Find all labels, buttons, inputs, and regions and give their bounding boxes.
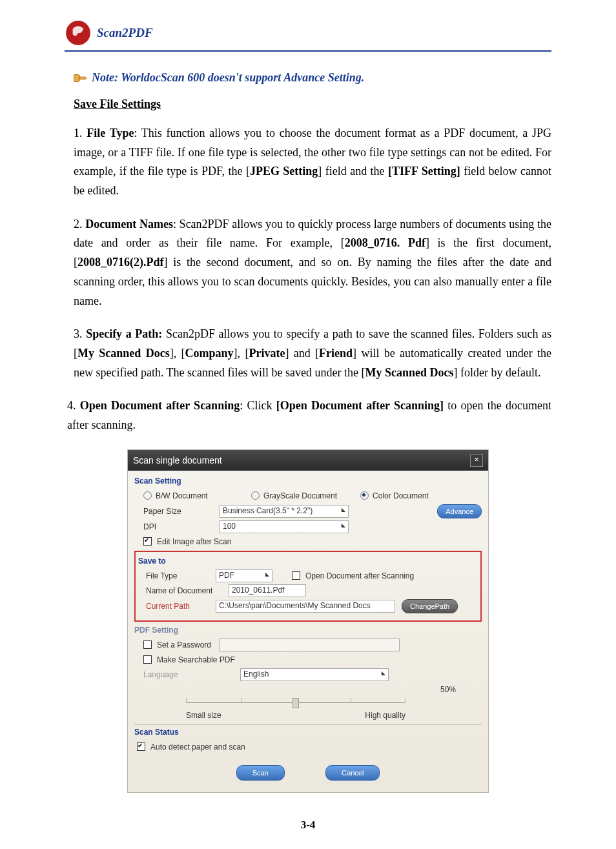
page-header: Scan2PDF — [65, 19, 551, 52]
svg-rect-1 — [74, 74, 79, 81]
path-input[interactable]: C:\Users\pan\Documents\My Scanned Docs — [216, 600, 395, 613]
dialog-titlebar: Scan single document × — [128, 450, 488, 471]
paper-size-select[interactable]: Business Card(3.5" * 2.2") — [220, 505, 349, 518]
advance-button[interactable]: Advance — [437, 504, 482, 518]
auto-detect-label: Auto detect paper and scan — [150, 742, 245, 752]
language-select[interactable]: English — [240, 668, 389, 681]
edit-after-checkbox[interactable] — [143, 537, 152, 546]
product-title: Scan2PDF — [97, 26, 153, 40]
hand-point-icon — [74, 72, 88, 84]
slider-max-label: High quality — [365, 711, 406, 720]
language-label: Language — [143, 670, 240, 679]
edit-after-label: Edit Image after Scan — [157, 537, 231, 546]
list-item-2: 2. Document Names: Scan2PDF allows you t… — [74, 215, 551, 311]
note-text: Note: WorldocScan 600 doesn't support Ad… — [92, 71, 364, 85]
open-after-checkbox[interactable] — [292, 571, 300, 580]
cancel-button[interactable]: Cancel — [325, 765, 380, 781]
scan-button[interactable]: Scan — [236, 765, 285, 781]
doc-name-input[interactable]: 2010_0611.Pdf — [229, 584, 306, 597]
radio-bw[interactable] — [143, 491, 152, 500]
change-path-button[interactable]: ChangePath — [402, 599, 458, 613]
password-label: Set a Password — [157, 640, 211, 650]
save-to-title: Save to — [138, 557, 477, 566]
quality-percent: 50% — [440, 685, 456, 694]
searchable-checkbox[interactable] — [143, 655, 152, 664]
dpi-select[interactable]: 100 — [220, 520, 349, 533]
section-title: Save File Settings — [74, 97, 551, 111]
paper-size-label: Paper Size — [143, 507, 220, 516]
password-checkbox[interactable] — [143, 640, 152, 649]
list-item-4: 4. Open Document after Scanning: Click [… — [67, 396, 551, 435]
dialog-title: Scan single document — [133, 455, 222, 465]
pdf-setting-title: PDF Setting — [134, 626, 482, 635]
password-input[interactable] — [219, 639, 400, 651]
doc-name-label: Name of Document — [146, 586, 229, 595]
path-label: Current Path — [146, 602, 216, 611]
searchable-label: Make Searchable PDF — [157, 655, 235, 664]
list-item-3: 3. Specify a Path: Scan2pDF allows you t… — [74, 325, 551, 382]
open-after-label: Open Document after Scanning — [305, 571, 414, 580]
dpi-label: DPI — [143, 522, 220, 531]
auto-detect-checkbox[interactable] — [137, 742, 145, 751]
scan-dialog: Scan single document × Scan Setting B/W … — [127, 449, 489, 793]
scan-setting-title: Scan Setting — [134, 476, 482, 486]
radio-color[interactable] — [360, 491, 369, 500]
file-type-select[interactable]: PDF — [216, 569, 272, 582]
close-button[interactable]: × — [470, 454, 483, 467]
list-item-1: 1. File Type: This function allows you t… — [74, 124, 551, 201]
file-type-label: File Type — [146, 571, 216, 580]
note-row: Note: WorldocScan 600 doesn't support Ad… — [74, 71, 551, 85]
page-number: 3-4 — [65, 819, 551, 832]
logo-icon — [65, 19, 92, 46]
radio-gray[interactable] — [251, 491, 260, 500]
radio-gray-label: GrayScale Document — [263, 491, 349, 500]
quality-slider[interactable] — [186, 698, 406, 707]
radio-bw-label: B/W Document — [156, 491, 240, 500]
save-to-section: Save to File Type PDF Open Document afte… — [134, 551, 482, 622]
scan-status-title: Scan Status — [134, 728, 482, 737]
radio-color-label: Color Document — [373, 491, 429, 500]
slider-min-label: Small size — [186, 711, 221, 720]
